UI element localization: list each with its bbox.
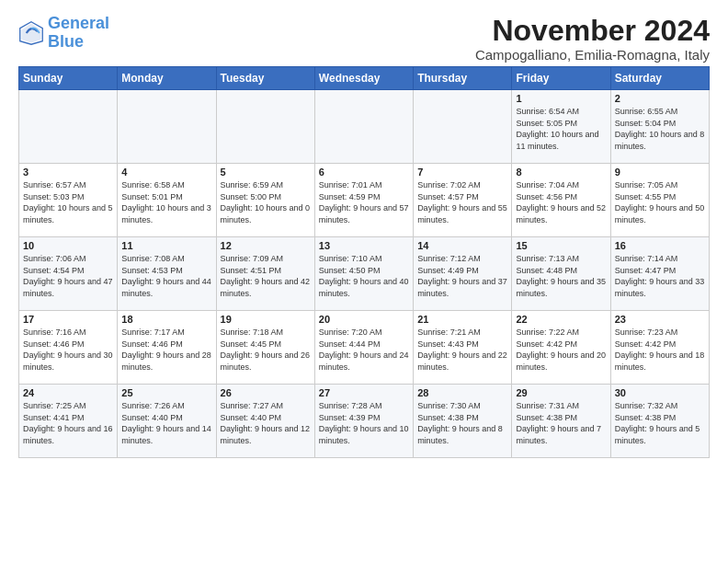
logo-icon [18,20,44,46]
day-cell: 13Sunrise: 7:10 AM Sunset: 4:50 PM Dayli… [314,237,413,311]
day-info: Sunrise: 7:14 AM Sunset: 4:47 PM Dayligh… [615,253,705,299]
day-number: 23 [615,314,705,325]
day-cell [118,90,216,164]
day-cell: 6Sunrise: 7:01 AM Sunset: 4:59 PM Daylig… [314,164,413,237]
day-info: Sunrise: 6:59 AM Sunset: 5:00 PM Dayligh… [221,179,311,225]
day-info: Sunrise: 7:26 AM Sunset: 4:40 PM Dayligh… [121,400,211,446]
day-number: 12 [221,240,311,251]
day-info: Sunrise: 7:09 AM Sunset: 4:51 PM Dayligh… [221,253,311,299]
day-number: 25 [121,387,211,398]
day-info: Sunrise: 7:23 AM Sunset: 4:42 PM Dayligh… [615,327,705,373]
day-info: Sunrise: 7:18 AM Sunset: 4:45 PM Dayligh… [221,327,311,373]
day-cell [216,90,314,164]
day-number: 19 [221,314,311,325]
day-number: 9 [615,167,705,178]
header-cell-thursday: Thursday [414,67,512,90]
day-info: Sunrise: 7:32 AM Sunset: 4:38 PM Dayligh… [615,400,705,446]
day-number: 22 [516,314,606,325]
day-info: Sunrise: 7:05 AM Sunset: 4:55 PM Dayligh… [615,179,705,225]
day-number: 16 [615,240,705,251]
day-cell: 22Sunrise: 7:22 AM Sunset: 4:42 PM Dayli… [512,311,610,385]
day-info: Sunrise: 7:31 AM Sunset: 4:38 PM Dayligh… [516,400,606,446]
day-cell: 30Sunrise: 7:32 AM Sunset: 4:38 PM Dayli… [610,385,709,458]
day-cell [19,90,118,164]
day-cell: 17Sunrise: 7:16 AM Sunset: 4:46 PM Dayli… [19,311,118,385]
day-cell: 26Sunrise: 7:27 AM Sunset: 4:40 PM Dayli… [216,385,314,458]
logo-text2: Blue [48,32,84,51]
day-cell: 4Sunrise: 6:58 AM Sunset: 5:01 PM Daylig… [118,164,216,237]
day-number: 26 [221,387,311,398]
day-info: Sunrise: 7:28 AM Sunset: 4:39 PM Dayligh… [319,400,409,446]
day-cell: 28Sunrise: 7:30 AM Sunset: 4:38 PM Dayli… [414,385,512,458]
day-number: 17 [23,314,113,325]
day-cell: 25Sunrise: 7:26 AM Sunset: 4:40 PM Dayli… [118,385,216,458]
day-cell [414,90,512,164]
day-number: 4 [121,167,211,178]
day-number: 30 [615,387,705,398]
day-info: Sunrise: 7:12 AM Sunset: 4:49 PM Dayligh… [417,253,507,299]
day-info: Sunrise: 7:10 AM Sunset: 4:50 PM Dayligh… [319,253,409,299]
day-info: Sunrise: 7:08 AM Sunset: 4:53 PM Dayligh… [121,253,211,299]
title-area: November 2024 Campogalliano, Emilia-Roma… [475,15,710,63]
day-cell: 27Sunrise: 7:28 AM Sunset: 4:39 PM Dayli… [314,385,413,458]
header-cell-saturday: Saturday [610,67,709,90]
day-number: 5 [221,167,311,178]
page: General Blue November 2024 Campogalliano… [0,0,728,467]
day-info: Sunrise: 7:04 AM Sunset: 4:56 PM Dayligh… [516,179,606,225]
day-cell: 20Sunrise: 7:20 AM Sunset: 4:44 PM Dayli… [314,311,413,385]
calendar-table: SundayMondayTuesdayWednesdayThursdayFrid… [18,66,710,458]
day-info: Sunrise: 7:20 AM Sunset: 4:44 PM Dayligh… [319,327,409,373]
header-row: SundayMondayTuesdayWednesdayThursdayFrid… [19,67,710,90]
day-cell: 7Sunrise: 7:02 AM Sunset: 4:57 PM Daylig… [414,164,512,237]
day-info: Sunrise: 6:54 AM Sunset: 5:05 PM Dayligh… [516,106,606,152]
day-info: Sunrise: 6:58 AM Sunset: 5:01 PM Dayligh… [121,179,211,225]
day-info: Sunrise: 7:01 AM Sunset: 4:59 PM Dayligh… [319,179,409,225]
day-number: 8 [516,167,606,178]
day-cell: 9Sunrise: 7:05 AM Sunset: 4:55 PM Daylig… [610,164,709,237]
day-cell: 14Sunrise: 7:12 AM Sunset: 4:49 PM Dayli… [414,237,512,311]
day-cell: 2Sunrise: 6:55 AM Sunset: 5:04 PM Daylig… [610,90,709,164]
header: General Blue November 2024 Campogalliano… [18,15,710,63]
header-cell-sunday: Sunday [19,67,118,90]
day-info: Sunrise: 6:57 AM Sunset: 5:03 PM Dayligh… [23,179,113,225]
logo-area: General Blue [18,15,109,52]
day-cell: 15Sunrise: 7:13 AM Sunset: 4:48 PM Dayli… [512,237,610,311]
day-number: 20 [319,314,409,325]
day-cell: 21Sunrise: 7:21 AM Sunset: 4:43 PM Dayli… [414,311,512,385]
day-number: 14 [417,240,507,251]
logo-text1: General [48,14,109,32]
day-number: 2 [615,93,705,104]
subtitle: Campogalliano, Emilia-Romagna, Italy [475,47,710,63]
day-info: Sunrise: 7:22 AM Sunset: 4:42 PM Dayligh… [516,327,606,373]
day-cell: 16Sunrise: 7:14 AM Sunset: 4:47 PM Dayli… [610,237,709,311]
day-info: Sunrise: 7:02 AM Sunset: 4:57 PM Dayligh… [417,179,507,225]
day-info: Sunrise: 7:21 AM Sunset: 4:43 PM Dayligh… [417,327,507,373]
day-number: 6 [319,167,409,178]
day-number: 7 [417,167,507,178]
week-row-2: 10Sunrise: 7:06 AM Sunset: 4:54 PM Dayli… [19,237,710,311]
day-cell: 10Sunrise: 7:06 AM Sunset: 4:54 PM Dayli… [19,237,118,311]
day-number: 24 [23,387,113,398]
day-number: 27 [319,387,409,398]
day-number: 21 [417,314,507,325]
day-number: 28 [417,387,507,398]
day-info: Sunrise: 7:30 AM Sunset: 4:38 PM Dayligh… [417,400,507,446]
day-info: Sunrise: 7:27 AM Sunset: 4:40 PM Dayligh… [221,400,311,446]
day-number: 3 [23,167,113,178]
header-cell-tuesday: Tuesday [216,67,314,90]
header-cell-wednesday: Wednesday [314,67,413,90]
day-info: Sunrise: 7:13 AM Sunset: 4:48 PM Dayligh… [516,253,606,299]
day-cell: 24Sunrise: 7:25 AM Sunset: 4:41 PM Dayli… [19,385,118,458]
day-number: 1 [516,93,606,104]
day-number: 15 [516,240,606,251]
day-cell: 18Sunrise: 7:17 AM Sunset: 4:46 PM Dayli… [118,311,216,385]
header-cell-friday: Friday [512,67,610,90]
day-number: 10 [23,240,113,251]
day-cell: 5Sunrise: 6:59 AM Sunset: 5:00 PM Daylig… [216,164,314,237]
day-info: Sunrise: 7:17 AM Sunset: 4:46 PM Dayligh… [121,327,211,373]
day-info: Sunrise: 7:16 AM Sunset: 4:46 PM Dayligh… [23,327,113,373]
day-cell: 11Sunrise: 7:08 AM Sunset: 4:53 PM Dayli… [118,237,216,311]
day-cell: 19Sunrise: 7:18 AM Sunset: 4:45 PM Dayli… [216,311,314,385]
week-row-1: 3Sunrise: 6:57 AM Sunset: 5:03 PM Daylig… [19,164,710,237]
logo-text: General Blue [48,15,109,52]
